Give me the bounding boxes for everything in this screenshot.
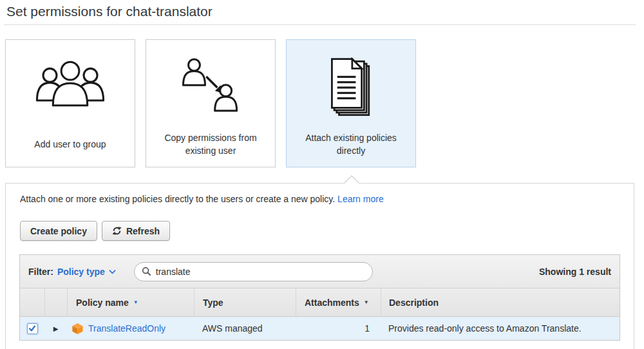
panel-intro-text: Attach one or more existing policies dir…	[20, 194, 384, 204]
header-label: Policy name	[76, 297, 129, 308]
results-count: Showing 1 result	[539, 267, 611, 277]
header-label: Attachments	[305, 297, 359, 308]
card-label: Copy permissions from existing user	[146, 129, 275, 167]
card-attach-policies[interactable]: Attach existing policies directly	[286, 39, 416, 167]
expand-row-toggle[interactable]: ▶	[53, 325, 59, 332]
policy-search-box[interactable]	[134, 262, 373, 281]
refresh-label: Refresh	[126, 226, 160, 236]
policy-type-label: Policy type	[57, 267, 105, 277]
search-input[interactable]	[156, 267, 365, 277]
learn-more-link[interactable]: Learn more	[337, 194, 384, 204]
refresh-icon	[112, 226, 122, 236]
toolbar: Create policy Refresh	[20, 221, 170, 241]
table-row[interactable]: ▶ TranslateReadOnly AWS managed 1 Provid…	[20, 317, 620, 340]
permission-option-cards: Add user to group Copy permissions from …	[5, 39, 416, 167]
table-header: Policy name ▼ Type Attachments ▼ Descrip…	[20, 288, 620, 317]
filter-bar: Filter: Policy type Showing 1 result	[20, 255, 620, 288]
sort-desc-icon: ▼	[133, 299, 138, 305]
create-policy-label: Create policy	[30, 226, 87, 236]
filter-label: Filter:	[28, 267, 53, 277]
row-checkbox[interactable]	[27, 323, 38, 334]
column-header-select	[20, 288, 44, 316]
refresh-button[interactable]: Refresh	[102, 221, 170, 241]
column-header-policy-name[interactable]: Policy name ▼	[67, 288, 194, 316]
policy-description-cell: Provides read-only access to Amazon Tran…	[381, 323, 620, 334]
policy-type-cell: AWS managed	[194, 323, 296, 334]
card-copy-permissions[interactable]: Copy permissions from existing user	[146, 39, 276, 167]
copy-permissions-icon	[146, 40, 275, 129]
chevron-down-icon	[109, 269, 116, 274]
managed-policy-cube-icon	[71, 323, 84, 335]
column-header-description: Description	[381, 288, 620, 316]
policy-type-dropdown[interactable]: Policy type	[57, 267, 116, 277]
sort-desc-icon: ▼	[364, 299, 369, 305]
card-label: Add user to group	[6, 129, 135, 167]
attachments-count-cell: 1	[296, 323, 381, 334]
page-title: Set permissions for chat-translator	[6, 4, 213, 19]
card-label: Attach existing policies directly	[287, 129, 415, 167]
user-group-icon	[6, 40, 135, 129]
header-label: Type	[203, 297, 223, 308]
policy-documents-icon	[287, 40, 415, 129]
create-policy-button[interactable]: Create policy	[20, 221, 97, 241]
title-divider	[4, 24, 636, 25]
column-header-type[interactable]: Type	[194, 288, 296, 316]
panel-caret	[343, 175, 360, 184]
card-add-user-to-group[interactable]: Add user to group	[5, 39, 135, 167]
intro-text: Attach one or more existing policies dir…	[20, 194, 335, 204]
attach-policies-panel: Attach one or more existing policies dir…	[5, 183, 634, 349]
policies-table: Filter: Policy type Showing 1 result	[19, 254, 620, 341]
header-label: Description	[389, 297, 439, 308]
column-header-expand	[44, 288, 67, 316]
column-header-attachments[interactable]: Attachments ▼	[296, 288, 381, 316]
search-icon	[142, 267, 151, 276]
policy-name-link[interactable]: TranslateReadOnly	[88, 323, 166, 334]
